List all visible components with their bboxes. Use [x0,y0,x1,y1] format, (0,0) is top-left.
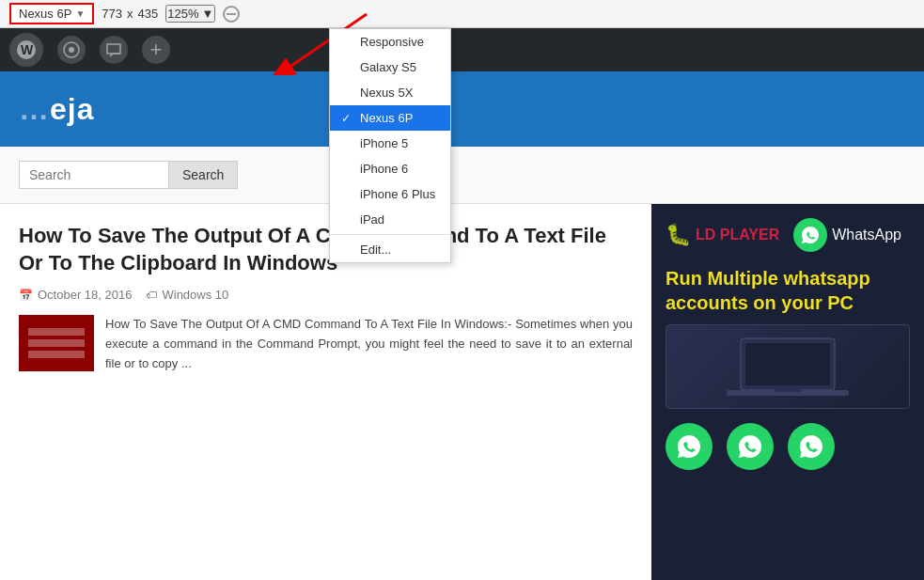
article-body: How To Save The Output Of A CMD Command … [19,315,633,373]
zoom-value: 125% [167,7,198,21]
dropdown-item-nexus-6p[interactable]: ✓ Nexus 6P [330,105,450,131]
dropdown-item-edit[interactable]: Edit... [330,237,450,262]
dropdown-item-nexus-5x[interactable]: Nexus 5X [330,80,450,105]
dropdown-divider [330,234,450,235]
calendar-icon: 📅 [19,289,33,302]
check-icon [341,61,354,74]
wp-admin-bar: W + [0,28,924,71]
add-new-icon[interactable]: + [142,36,170,64]
check-icon [341,188,354,201]
x-separator: x [127,7,133,21]
thumb-line [28,328,85,336]
search-button[interactable]: Search [169,161,238,189]
dimensions-display: 773 x 435 [102,7,158,21]
check-icon [341,36,354,49]
device-selector-label: Nexus 6P [19,7,71,21]
article-thumbnail [19,315,94,371]
no-entry-icon [223,6,240,23]
feedback-icon[interactable] [100,36,128,64]
check-icon [341,213,354,227]
check-icon [341,243,354,257]
dropdown-item-label: Galaxy S5 [360,60,416,74]
check-icon [341,86,354,100]
dropdown-arrow: ▼ [75,8,85,19]
dropdown-item-label: Responsive [360,35,424,49]
thumbnail-lines [28,328,85,358]
svg-rect-7 [745,343,830,385]
dropdown-item-iphone-6-plus[interactable]: iPhone 6 Plus [330,181,450,207]
ldplayer-bug-icon: 🐛 [666,223,691,247]
width-value: 773 [102,7,122,21]
ad-laptop-image [666,324,910,409]
article-excerpt: How To Save The Output Of A CMD Command … [105,315,633,373]
main-content: How To Save The Output Of A CMD Command … [0,204,924,580]
ldplayer-logo: 🐛 LD PLAYER [666,223,779,247]
ad-bottom-icons [666,423,910,470]
whatsapp-bottom-icon-2 [727,423,774,470]
top-toolbar: Nexus 6P ▼ 773 x 435 125% ▼ [0,0,924,28]
dropdown-item-iphone-5[interactable]: iPhone 5 [330,131,450,156]
svg-rect-9 [774,388,802,392]
search-input[interactable] [19,161,169,189]
whatsapp-logo: WhatsApp [793,218,901,252]
article-category-text: Windows 10 [162,288,228,302]
dropdown-item-responsive[interactable]: Responsive [330,29,450,55]
ad-logos: 🐛 LD PLAYER WhatsApp [666,218,910,252]
content-right-ad: 🐛 LD PLAYER WhatsApp Run Multiple whatsa… [651,204,924,580]
article-date: 📅 October 18, 2016 [19,288,132,302]
dropdown-item-label: Nexus 5X [360,86,413,100]
content-left: How To Save The Output Of A CMD Command … [0,204,651,580]
dropdown-item-label: iPhone 6 Plus [360,187,435,201]
whatsapp-label: WhatsApp [832,227,901,243]
dropdown-item-label: Nexus 6P [360,111,413,125]
device-selector-button[interactable]: Nexus 6P ▼ [9,3,94,24]
dropdown-item-label: iPhone 6 [360,162,408,176]
check-icon-selected: ✓ [341,112,354,125]
zoom-button[interactable]: 125% ▼ [165,5,215,23]
height-value: 435 [137,7,158,21]
dropdown-item-ipad[interactable]: iPad [330,207,450,232]
dropdown-item-label: iPad [360,212,384,227]
dropdown-item-label: Edit... [360,243,391,257]
article-meta: 📅 October 18, 2016 🏷 Windows 10 [19,288,633,302]
article-category: 🏷 Windows 10 [146,288,228,302]
wordpress-icon[interactable]: W [9,33,43,67]
whatsapp-bottom-icon-3 [788,423,835,470]
tag-icon: 🏷 [146,289,157,302]
svg-text:W: W [21,42,34,57]
zoom-arrow: ▼ [201,7,213,21]
device-dropdown-menu: Responsive Galaxy S5 Nexus 5X ✓ Nexus 6P… [329,28,451,263]
dropdown-item-iphone-6[interactable]: iPhone 6 [330,156,450,181]
thumb-line [28,339,85,347]
check-icon [341,137,354,150]
ad-tagline: Run Multiple whatsapp accounts on your P… [666,266,910,315]
thumb-line [28,351,85,358]
site-header: …eja [0,71,924,147]
search-bar: Search [0,147,924,204]
check-icon [341,163,354,176]
article-title: How To Save The Output Of A CMD Command … [19,223,633,276]
whatsapp-bottom-icon-1 [666,423,713,470]
article-date-text: October 18, 2016 [38,288,132,302]
customize-icon[interactable] [57,36,86,64]
whatsapp-icon [793,218,827,252]
ldplayer-name: LD PLAYER [696,227,779,243]
dropdown-item-galaxy-s5[interactable]: Galaxy S5 [330,55,450,80]
svg-point-5 [69,47,74,53]
site-title: …eja [19,92,94,127]
ad-content: 🐛 LD PLAYER WhatsApp Run Multiple whatsa… [651,204,924,580]
dropdown-item-label: iPhone 5 [360,136,408,150]
plus-icon: + [150,39,163,60]
